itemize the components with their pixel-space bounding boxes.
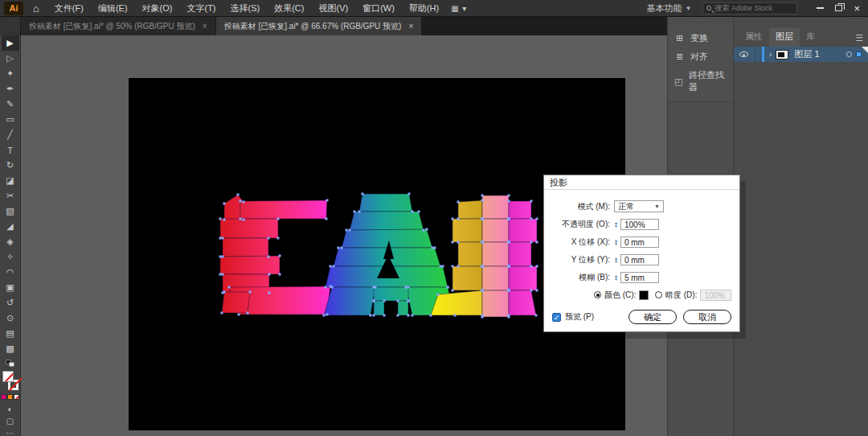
anchor-point[interactable] [508, 200, 510, 203]
anchor-point[interactable] [277, 237, 280, 240]
direct-selection-tool[interactable]: ▷ [2, 51, 19, 66]
anchor-point[interactable] [530, 241, 533, 244]
pen-tool[interactable]: ✒ [2, 81, 19, 97]
mesh-patch-i-mid-4[interactable] [482, 266, 509, 290]
anchor-point[interactable] [279, 274, 281, 276]
anchor-point[interactable] [481, 265, 484, 268]
rotate-tool[interactable]: ↻ [2, 158, 19, 173]
color-radio[interactable] [594, 291, 601, 298]
dialog-title[interactable]: 投影 [544, 175, 739, 190]
mesh-patch-i-mid-5[interactable] [482, 290, 509, 317]
pencil-tool[interactable]: ╱ [2, 127, 19, 142]
mesh-patch-i-left-3[interactable] [458, 242, 482, 266]
anchor-point[interactable] [223, 219, 226, 221]
zoom-tool[interactable]: ⊙ [2, 311, 19, 326]
opacity-field[interactable]: 100% [620, 219, 659, 230]
anchor-point[interactable] [432, 247, 434, 249]
menu-item-7[interactable]: 视图(V) [311, 0, 355, 17]
anchor-point[interactable] [240, 200, 242, 203]
anchor-point[interactable] [277, 218, 280, 220]
anchor-point[interactable] [333, 265, 335, 268]
eyedropper-tool[interactable]: ◢ [2, 219, 19, 234]
anchor-point[interactable] [481, 195, 484, 197]
shadow-color-swatch[interactable] [639, 290, 649, 300]
mesh-patch-a-mid-bottom[interactable] [374, 287, 408, 301]
anchor-point[interactable] [223, 291, 226, 294]
anchor-point[interactable] [437, 294, 440, 296]
x-offset-field[interactable]: 0 mm [620, 237, 659, 248]
panel-tab-1[interactable]: 属性 [739, 27, 769, 47]
anchor-point[interactable] [536, 290, 538, 292]
mesh-patch-i-left-2[interactable] [452, 219, 482, 242]
anchor-point[interactable] [408, 193, 411, 195]
anchor-point[interactable] [426, 228, 428, 231]
mesh-patch-i-right-2[interactable] [509, 219, 537, 242]
search-box[interactable] [702, 2, 797, 14]
menu-item-5[interactable]: 选择(S) [223, 0, 268, 17]
anchor-point[interactable] [222, 237, 224, 240]
dock-drag-handle[interactable]: ···· [668, 17, 733, 26]
minimize-button[interactable] [817, 7, 824, 9]
anchor-point[interactable] [452, 241, 454, 244]
fill-stroke-indicator[interactable] [2, 371, 19, 390]
anchor-point[interactable] [452, 265, 454, 268]
document-tab-2[interactable]: 投稿素材 [已恢复].ai* @ 66.67% (RGB/GPU 预览)× [216, 17, 423, 35]
restore-button[interactable] [835, 5, 842, 11]
more-tools-button[interactable]: ⋯ [6, 429, 14, 436]
anchor-point[interactable] [454, 315, 457, 317]
anchor-point[interactable] [457, 201, 460, 204]
anchor-point[interactable] [397, 315, 399, 317]
mesh-patch-a-cap[interactable] [359, 194, 412, 212]
anchor-point[interactable] [508, 241, 510, 244]
anchor-point[interactable] [481, 316, 484, 319]
anchor-point[interactable] [326, 314, 329, 316]
mesh-patch-a-prong-left[interactable] [374, 301, 384, 315]
anchor-point[interactable] [326, 218, 328, 220]
menu-item-3[interactable]: 对象(O) [135, 0, 180, 17]
anchor-point[interactable] [452, 218, 454, 220]
color-chip-magenta[interactable] [1, 394, 6, 400]
anchor-point[interactable] [530, 200, 533, 203]
anchor-point[interactable] [481, 290, 484, 292]
anchor-point[interactable] [373, 286, 375, 289]
mesh-patch-i-left-4[interactable] [452, 266, 482, 290]
anchor-point[interactable] [325, 286, 327, 289]
anchor-point[interactable] [341, 247, 343, 249]
anchor-point[interactable] [430, 315, 432, 317]
tab-close-icon[interactable]: × [408, 22, 413, 31]
anchor-point[interactable] [219, 237, 222, 240]
mesh-patch-a-left-leg[interactable] [324, 287, 375, 315]
anchor-point[interactable] [481, 241, 484, 244]
anchor-point[interactable] [411, 211, 414, 213]
anchor-point[interactable] [457, 265, 460, 268]
drawing-mode-button[interactable]: ◐ [7, 405, 12, 417]
anchor-point[interactable] [331, 286, 334, 289]
anchor-point[interactable] [338, 247, 340, 249]
panel-tab-3[interactable]: 库 [800, 27, 821, 47]
mesh-patch-i-mid-1[interactable] [482, 195, 509, 219]
selection-tool[interactable]: ▶ [2, 35, 19, 51]
anchor-point[interactable] [354, 211, 356, 213]
mesh-patch-i-right-3[interactable] [509, 242, 531, 266]
anchor-point[interactable] [508, 265, 510, 268]
anchor-point[interactable] [222, 256, 224, 258]
paintbrush-tool[interactable]: ✎ [2, 97, 19, 112]
anchor-point[interactable] [405, 286, 407, 289]
swap-fill-stroke-icon[interactable] [6, 360, 15, 368]
arc-tool[interactable]: ◠ [2, 265, 19, 280]
panel-tab-2[interactable]: 图层 [769, 27, 800, 47]
darkness-radio[interactable] [655, 291, 662, 298]
anchor-point[interactable] [247, 312, 249, 315]
anchor-point[interactable] [383, 315, 386, 317]
app-logo[interactable]: Ai [4, 2, 23, 15]
anchor-point[interactable] [423, 229, 425, 232]
anchor-point[interactable] [481, 218, 484, 220]
anchor-point[interactable] [268, 237, 270, 240]
expand-chevron-icon[interactable]: › [769, 50, 772, 59]
anchor-point[interactable] [243, 219, 245, 221]
anchor-point[interactable] [434, 247, 436, 249]
anchor-point[interactable] [457, 241, 460, 244]
anchor-point[interactable] [530, 290, 533, 292]
anchor-point[interactable] [442, 265, 444, 268]
anchor-point[interactable] [349, 229, 351, 232]
